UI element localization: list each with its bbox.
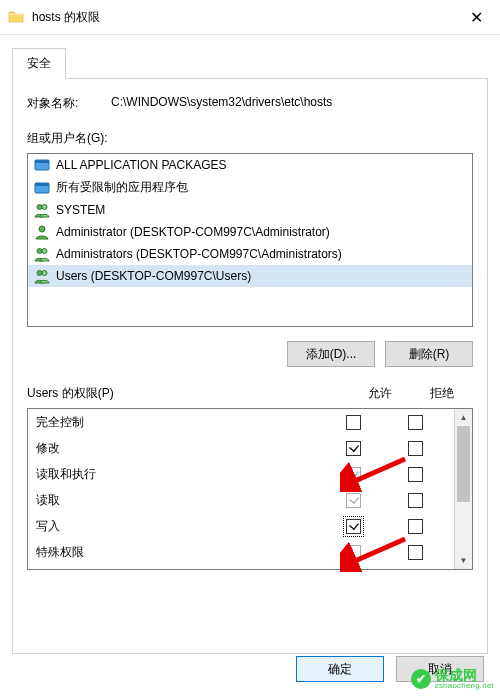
list-item[interactable]: Administrators (DESKTOP-COM997C\Administ… xyxy=(28,243,472,265)
allow-checkbox[interactable] xyxy=(346,441,361,456)
list-item[interactable]: SYSTEM xyxy=(28,199,472,221)
list-item-label: ALL APPLICATION PACKAGES xyxy=(56,158,227,172)
object-name-label: 对象名称: xyxy=(27,95,111,112)
dialog-body: 安全 对象名称: C:\WINDOWS\system32\drivers\etc… xyxy=(0,35,500,654)
list-item[interactable]: 所有受限制的应用程序包 xyxy=(28,176,472,199)
object-name-row: 对象名称: C:\WINDOWS\system32\drivers\etc\ho… xyxy=(27,95,473,112)
groups-listbox[interactable]: ALL APPLICATION PACKAGES所有受限制的应用程序包SYSTE… xyxy=(27,153,473,327)
list-item[interactable]: Users (DESKTOP-COM997C\Users) xyxy=(28,265,472,287)
scroll-down-icon[interactable]: ▼ xyxy=(455,552,472,569)
scroll-track[interactable] xyxy=(455,426,472,552)
remove-button[interactable]: 删除(R) xyxy=(385,341,473,367)
svg-point-9 xyxy=(37,271,42,276)
group-buttons: 添加(D)... 删除(R) xyxy=(27,341,473,367)
permission-name: 读取和执行 xyxy=(36,466,322,483)
permissions-dialog: hosts 的权限 ✕ 安全 对象名称: C:\WINDOWS\system32… xyxy=(0,0,500,696)
watermark-en: zsbaocheng.net xyxy=(435,682,494,690)
deny-checkbox[interactable] xyxy=(408,415,423,430)
deny-checkbox[interactable] xyxy=(408,493,423,508)
scrollbar[interactable]: ▲ ▼ xyxy=(454,409,472,569)
deny-checkbox[interactable] xyxy=(408,545,423,560)
object-name-value: C:\WINDOWS\system32\drivers\etc\hosts xyxy=(111,95,473,112)
deny-checkbox[interactable] xyxy=(408,467,423,482)
list-item-label: 所有受限制的应用程序包 xyxy=(56,179,188,196)
watermark-badge-icon: ✔ xyxy=(411,669,431,689)
svg-point-7 xyxy=(37,249,42,254)
watermark-text: 保成网 zsbaocheng.net xyxy=(435,668,494,690)
permission-name: 特殊权限 xyxy=(36,544,322,561)
permissions-header: Users 的权限(P) 允许 拒绝 xyxy=(27,385,473,402)
add-button[interactable]: 添加(D)... xyxy=(287,341,375,367)
allow-checkbox[interactable] xyxy=(346,467,361,482)
permission-row: 完全控制 xyxy=(28,409,454,435)
svg-point-4 xyxy=(37,205,42,210)
deny-checkbox[interactable] xyxy=(408,441,423,456)
watermark: ✔ 保成网 zsbaocheng.net xyxy=(411,668,494,690)
deny-checkbox[interactable] xyxy=(408,519,423,534)
list-item-label: Administrator (DESKTOP-COM997C\Administr… xyxy=(56,225,330,239)
scroll-thumb[interactable] xyxy=(457,426,470,502)
ok-button[interactable]: 确定 xyxy=(296,656,384,682)
svg-rect-3 xyxy=(35,183,49,186)
svg-point-10 xyxy=(42,271,47,276)
allow-checkbox[interactable] xyxy=(346,519,361,534)
svg-point-8 xyxy=(42,249,47,254)
tab-security[interactable]: 安全 xyxy=(12,48,66,79)
close-button[interactable]: ✕ xyxy=(460,8,492,27)
permissions-listbox: 完全控制修改读取和执行读取写入特殊权限 ▲ ▼ xyxy=(27,408,473,570)
folder-icon xyxy=(8,9,24,25)
permissions-title: Users 的权限(P) xyxy=(27,385,349,402)
permission-row: 特殊权限 xyxy=(28,539,454,565)
permission-name: 读取 xyxy=(36,492,322,509)
titlebar: hosts 的权限 ✕ xyxy=(0,0,500,35)
permission-name: 写入 xyxy=(36,518,322,535)
scroll-up-icon[interactable]: ▲ xyxy=(455,409,472,426)
list-item[interactable]: Administrator (DESKTOP-COM997C\Administr… xyxy=(28,221,472,243)
tab-panel-security: 对象名称: C:\WINDOWS\system32\drivers\etc\ho… xyxy=(12,79,488,654)
column-deny: 拒绝 xyxy=(411,385,473,402)
watermark-cn: 保成网 xyxy=(435,668,494,682)
list-item-label: Administrators (DESKTOP-COM997C\Administ… xyxy=(56,247,342,261)
permission-row: 读取 xyxy=(28,487,454,513)
window-title: hosts 的权限 xyxy=(32,9,460,26)
list-item-label: Users (DESKTOP-COM997C\Users) xyxy=(56,269,251,283)
tabstrip: 安全 xyxy=(12,47,488,79)
column-allow: 允许 xyxy=(349,385,411,402)
svg-point-6 xyxy=(39,226,45,232)
allow-checkbox[interactable] xyxy=(346,545,361,560)
permission-name: 修改 xyxy=(36,440,322,457)
permission-row: 修改 xyxy=(28,435,454,461)
permission-row: 读取和执行 xyxy=(28,461,454,487)
allow-checkbox[interactable] xyxy=(346,415,361,430)
list-item-label: SYSTEM xyxy=(56,203,105,217)
svg-point-5 xyxy=(42,205,47,210)
permission-name: 完全控制 xyxy=(36,414,322,431)
permission-row: 写入 xyxy=(28,513,454,539)
groups-label: 组或用户名(G): xyxy=(27,130,473,147)
svg-rect-1 xyxy=(35,160,49,163)
allow-checkbox[interactable] xyxy=(346,493,361,508)
permissions-rows: 完全控制修改读取和执行读取写入特殊权限 xyxy=(28,409,454,569)
list-item[interactable]: ALL APPLICATION PACKAGES xyxy=(28,154,472,176)
